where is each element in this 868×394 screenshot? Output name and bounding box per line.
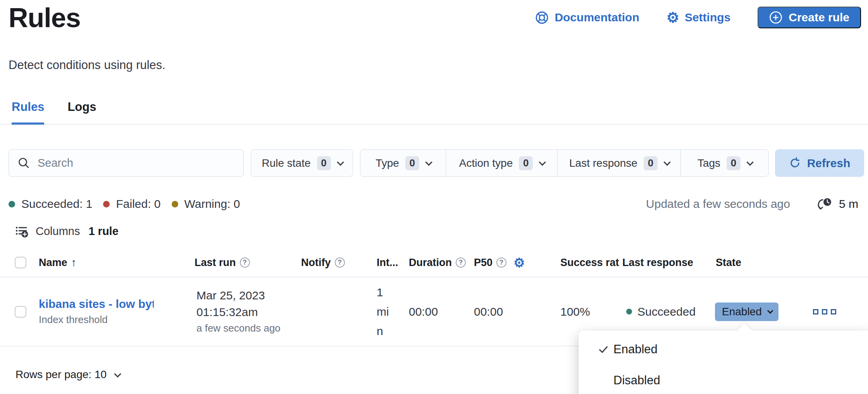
- tab-bar: Rules Logs: [12, 100, 96, 125]
- search-input[interactable]: [38, 157, 235, 169]
- updated-text: Updated a few seconds ago: [646, 197, 790, 211]
- filter-last-response[interactable]: Last response 0: [557, 150, 680, 176]
- check-icon: [597, 344, 610, 355]
- menu-item-disabled-label: Disabled: [613, 373, 660, 387]
- chevron-down-icon: [663, 159, 670, 166]
- chevron-down-icon: [425, 159, 432, 166]
- last-run-date: Mar 25, 2023: [196, 289, 265, 302]
- header-duration-label: Duration: [409, 257, 452, 269]
- header-actions: Documentation ⚙ Settings Create rule: [535, 7, 861, 28]
- row-actions-button[interactable]: [810, 309, 868, 315]
- interval-value: 1 min: [377, 283, 392, 341]
- duration-cell: 00:00: [408, 305, 474, 318]
- filter-rule-state[interactable]: Rule state 0: [251, 149, 353, 177]
- filter-action-type-count: 0: [519, 156, 533, 170]
- refresh-interval-value[interactable]: 5 m: [839, 197, 858, 211]
- filter-type-count: 0: [405, 156, 419, 170]
- header-last-run-label: Last run: [195, 257, 236, 269]
- header-last-run: Last run ?: [195, 257, 301, 269]
- boxes-horizontal-icon: [822, 309, 827, 315]
- duration-value: 00:00: [409, 305, 438, 318]
- chevron-down-icon: [114, 370, 121, 377]
- succeeded-dot-icon: [626, 309, 632, 315]
- header-success-ratio-label: Success rat: [560, 257, 619, 269]
- header-last-response-label: Last response: [622, 257, 693, 269]
- filter-action-type-label: Action type: [459, 157, 513, 169]
- refresh-label: Refresh: [807, 157, 851, 170]
- filter-type-label: Type: [375, 157, 399, 169]
- last-run-time: 01:15:32am: [196, 306, 258, 319]
- header-checkbox-cell: [9, 257, 39, 268]
- boxes-horizontal-icon: [831, 309, 836, 315]
- header-p50: P50 ? ⚙: [474, 256, 560, 269]
- help-icon[interactable]: ?: [496, 257, 506, 268]
- failed-dot-icon: [103, 201, 110, 207]
- columns-button[interactable]: Columns: [15, 224, 80, 238]
- state-dropdown-popover: Enabled Disabled: [579, 330, 868, 394]
- header-name-label: Name: [39, 257, 67, 269]
- rows-per-page-label: Rows per page: 10: [16, 368, 107, 381]
- status-warning: Warning: 0: [172, 197, 240, 211]
- page-title: Rules: [9, 2, 81, 33]
- documentation-icon: [535, 10, 549, 25]
- filter-group: Type 0 Action type 0 Last response 0 Tag…: [360, 149, 769, 177]
- status-succeeded: Succeeded: 1: [9, 197, 92, 211]
- refresh-button[interactable]: Refresh: [775, 149, 864, 177]
- menu-item-disabled[interactable]: Disabled: [579, 369, 868, 392]
- menu-item-enabled[interactable]: Enabled: [579, 338, 868, 361]
- help-icon[interactable]: ?: [456, 257, 466, 268]
- status-failed: Failed: 0: [103, 197, 160, 211]
- tab-logs[interactable]: Logs: [67, 100, 96, 125]
- search-icon: [17, 157, 31, 170]
- warning-dot-icon: [172, 201, 178, 207]
- filter-tags[interactable]: Tags 0: [680, 150, 768, 176]
- search-box: [9, 149, 244, 177]
- filter-type[interactable]: Type 0: [360, 150, 446, 176]
- filter-tags-label: Tags: [698, 157, 720, 169]
- help-icon[interactable]: ?: [240, 257, 250, 268]
- header-p50-label: P50: [474, 257, 493, 269]
- header-last-response: Last response: [621, 257, 715, 269]
- state-cell: Enabled: [715, 302, 810, 321]
- page-subtitle: Detect conditions using rules.: [9, 58, 165, 72]
- time-refresh-icon[interactable]: [817, 197, 833, 211]
- filter-action-type[interactable]: Action type 0: [446, 150, 557, 176]
- menu-item-enabled-label: Enabled: [613, 342, 658, 356]
- header-interval-label: Int...: [377, 257, 398, 269]
- filter-last-response-label: Last response: [569, 157, 637, 169]
- rule-count: 1 rule: [88, 225, 118, 238]
- settings-link[interactable]: ⚙ Settings: [666, 10, 731, 25]
- last-run-relative: a few seconds ago: [196, 322, 281, 334]
- name-cell: kibana sites - low byte Index threshold: [39, 297, 195, 326]
- tab-rules[interactable]: Rules: [12, 100, 44, 125]
- create-rule-button[interactable]: Create rule: [758, 7, 861, 28]
- filter-tags-count: 0: [727, 156, 741, 170]
- rule-name-link[interactable]: kibana sites - low byte: [39, 297, 154, 311]
- filter-rule-state-label: Rule state: [262, 157, 310, 169]
- boxes-horizontal-icon: [813, 309, 818, 315]
- failed-label: Failed: 0: [116, 197, 160, 211]
- header-name[interactable]: Name ↑: [39, 256, 195, 269]
- tabs-divider: [0, 124, 868, 124]
- select-all-checkbox[interactable]: [15, 257, 26, 268]
- header-success-ratio: Success rat: [560, 257, 621, 269]
- gear-icon: ⚙: [666, 10, 679, 25]
- rows-per-page-button[interactable]: Rows per page: 10: [16, 366, 119, 383]
- succeeded-dot-icon: [9, 201, 15, 207]
- succeeded-label: Succeeded: 1: [21, 197, 92, 211]
- state-badge-label: Enabled: [722, 306, 762, 318]
- row-checkbox[interactable]: [15, 306, 26, 318]
- documentation-label: Documentation: [555, 11, 639, 24]
- documentation-link[interactable]: Documentation: [535, 10, 639, 25]
- filter-last-response-count: 0: [644, 156, 658, 170]
- table-header-row: Name ↑ Last run ? Notify ? Int... Durati…: [0, 248, 868, 277]
- success-ratio-value: 100%: [560, 305, 590, 318]
- p50-settings-gear-icon[interactable]: ⚙: [513, 256, 525, 269]
- success-ratio-cell: 100%: [560, 305, 621, 318]
- status-right: Updated a few seconds ago 5 m: [646, 197, 858, 211]
- help-icon[interactable]: ?: [335, 257, 345, 268]
- state-badge[interactable]: Enabled: [715, 302, 778, 321]
- chevron-down-icon: [767, 308, 773, 314]
- refresh-icon: [789, 157, 801, 169]
- plus-circle-icon: [769, 11, 782, 24]
